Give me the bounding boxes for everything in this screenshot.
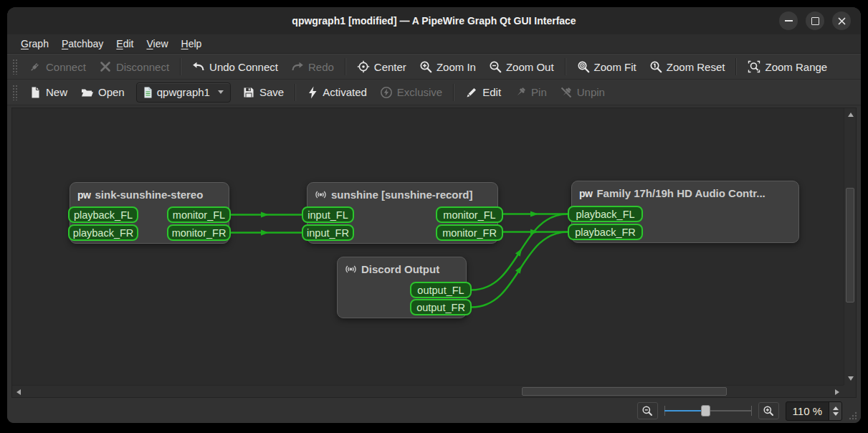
minimize-button[interactable] bbox=[779, 11, 798, 30]
session-combobox-value: qpwgraph1 bbox=[157, 86, 210, 98]
toolbar-drag-handle[interactable] bbox=[12, 59, 17, 75]
patchbay-toolbar: New Open qpwgraph1 Save bbox=[7, 80, 861, 105]
connect-button: Connect bbox=[22, 57, 92, 77]
scroll-right-arrow-icon[interactable] bbox=[835, 389, 839, 395]
zoom-reset-button[interactable]: Zoom Reset bbox=[643, 57, 732, 77]
disconnect-button: Disconnect bbox=[92, 57, 176, 77]
activated-button[interactable]: Activated bbox=[300, 82, 373, 103]
port-sunshine-monitor-fr[interactable]: monitor_FR bbox=[436, 224, 503, 241]
port-discord-output-fl[interactable]: output_FL bbox=[410, 282, 472, 298]
zoom-fit-button[interactable]: Zoom Fit bbox=[571, 57, 643, 77]
unpin-icon bbox=[560, 86, 573, 99]
new-file-icon bbox=[29, 86, 42, 99]
port-sink-monitor-fl[interactable]: monitor_FL bbox=[167, 206, 231, 223]
zoom-in-icon bbox=[419, 60, 432, 73]
pencil-icon bbox=[465, 86, 478, 99]
zoom-out-button[interactable]: Zoom Out bbox=[482, 57, 561, 77]
save-icon bbox=[242, 86, 255, 99]
connect-icon bbox=[29, 60, 42, 73]
menu-graph[interactable]: Graph bbox=[14, 36, 55, 52]
open-folder-icon bbox=[80, 86, 94, 99]
zoom-fit-icon bbox=[577, 60, 590, 73]
pin-icon bbox=[514, 86, 527, 99]
toolbar-separator bbox=[295, 84, 296, 101]
title-bar[interactable]: qpwgraph1 [modified] — A PipeWire Graph … bbox=[7, 7, 861, 34]
unpin-button: Unpin bbox=[553, 82, 611, 103]
menu-help[interactable]: Help bbox=[175, 36, 209, 52]
vertical-scrollbar[interactable] bbox=[844, 108, 856, 385]
toolbar-drag-handle[interactable] bbox=[12, 85, 17, 100]
zoom-spin-buttons[interactable] bbox=[829, 402, 841, 420]
open-button[interactable]: Open bbox=[74, 82, 131, 103]
toolbar-separator bbox=[565, 58, 566, 75]
minimize-icon bbox=[785, 20, 793, 22]
edit-button[interactable]: Edit bbox=[459, 82, 507, 103]
menu-patchbay[interactable]: Patchbay bbox=[55, 36, 110, 52]
port-sunshine-input-fr[interactable]: input_FR bbox=[302, 224, 354, 241]
circled-lightning-icon bbox=[380, 86, 393, 99]
stream-icon bbox=[315, 189, 327, 201]
toolbar-separator bbox=[180, 58, 181, 75]
window-title: qpwgraph1 [modified] — A PipeWire Graph … bbox=[292, 15, 576, 27]
zoom-spinbox[interactable]: 110 % bbox=[786, 401, 842, 421]
graph-viewport: pw sink-sunshine-stereo sunshine [sunshi… bbox=[11, 108, 857, 398]
port-sunshine-input-fl[interactable]: input_FL bbox=[302, 206, 354, 223]
close-button[interactable] bbox=[832, 11, 851, 30]
port-family-playback-fr[interactable]: playback_FR bbox=[568, 224, 643, 240]
zoom-value: 110 % bbox=[786, 402, 829, 420]
save-button[interactable]: Save bbox=[236, 82, 290, 103]
patchbay-file-icon bbox=[143, 87, 153, 98]
port-family-playback-fl[interactable]: playback_FL bbox=[568, 206, 643, 222]
pipewire-icon: pw bbox=[77, 189, 90, 201]
scroll-up-arrow-icon[interactable] bbox=[848, 113, 854, 117]
exclusive-button: Exclusive bbox=[373, 82, 449, 103]
new-button[interactable]: New bbox=[22, 82, 74, 103]
port-sunshine-monitor-fl[interactable]: monitor_FL bbox=[436, 206, 503, 223]
port-sink-playback-fr[interactable]: playback_FR bbox=[68, 224, 138, 241]
toolbar-separator bbox=[453, 84, 454, 101]
scroll-down-arrow-icon[interactable] bbox=[848, 376, 854, 381]
menu-view[interactable]: View bbox=[140, 36, 174, 52]
spin-up-icon[interactable] bbox=[833, 406, 839, 410]
pipewire-icon: pw bbox=[579, 188, 592, 199]
maximize-icon bbox=[811, 17, 819, 25]
toolbar-separator bbox=[345, 58, 346, 75]
zoom-slider-fill bbox=[664, 410, 705, 411]
node-title: Discord Output bbox=[361, 263, 439, 275]
horizontal-scrollbar[interactable] bbox=[12, 385, 844, 397]
redo-icon bbox=[291, 60, 304, 73]
graph-canvas[interactable]: pw sink-sunshine-stereo sunshine [sunshi… bbox=[12, 108, 844, 385]
zoom-slider[interactable] bbox=[664, 404, 752, 418]
status-zoom-out-button[interactable] bbox=[637, 402, 658, 419]
center-icon bbox=[357, 60, 370, 73]
window-controls bbox=[779, 11, 851, 30]
close-icon bbox=[838, 17, 846, 25]
port-sink-playback-fl[interactable]: playback_FL bbox=[68, 206, 138, 223]
zoom-range-button[interactable]: Zoom Range bbox=[741, 57, 834, 77]
zoom-in-button[interactable]: Zoom In bbox=[413, 57, 482, 77]
stream-icon bbox=[345, 263, 357, 275]
zoom-reset-icon bbox=[649, 60, 662, 73]
zoom-out-icon bbox=[489, 60, 502, 73]
menu-edit[interactable]: Edit bbox=[110, 36, 140, 52]
scroll-left-arrow-icon[interactable] bbox=[16, 389, 21, 395]
chevron-down-icon bbox=[218, 90, 224, 94]
resize-grip[interactable] bbox=[847, 410, 858, 421]
app-window: qpwgraph1 [modified] — A PipeWire Graph … bbox=[7, 7, 861, 423]
port-sink-monitor-fr[interactable]: monitor_FR bbox=[167, 224, 231, 241]
status-zoom-in-button[interactable] bbox=[758, 402, 779, 419]
undo-icon bbox=[192, 60, 205, 73]
session-combobox[interactable]: qpwgraph1 bbox=[136, 82, 231, 103]
zoom-slider-handle[interactable] bbox=[701, 405, 710, 417]
maximize-button[interactable] bbox=[806, 11, 824, 30]
spin-down-icon[interactable] bbox=[833, 412, 839, 416]
pin-button: Pin bbox=[507, 82, 553, 103]
port-discord-output-fr[interactable]: output_FR bbox=[410, 299, 472, 315]
disconnect-icon bbox=[99, 60, 112, 73]
zoom-in-icon bbox=[763, 405, 774, 417]
vertical-scrollbar-thumb[interactable] bbox=[846, 188, 854, 303]
horizontal-scrollbar-thumb[interactable] bbox=[522, 387, 727, 396]
undo-connect-button[interactable]: Undo Connect bbox=[186, 57, 285, 77]
center-button[interactable]: Center bbox=[350, 57, 413, 77]
node-title: sink-sunshine-stereo bbox=[95, 189, 203, 201]
